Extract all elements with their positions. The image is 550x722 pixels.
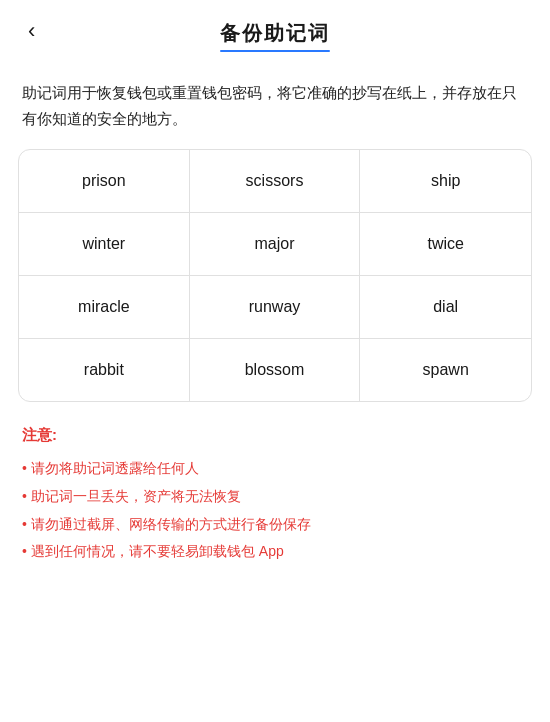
mnemonic-word-4: winter [19, 213, 190, 276]
description: 助记词用于恢复钱包或重置钱包密码，将它准确的抄写在纸上，并存放在只有你知道的安全… [0, 62, 550, 149]
notice-item-2: •助记词一旦丢失，资产将无法恢复 [22, 485, 528, 509]
mnemonic-word-11: blossom [190, 339, 361, 401]
mnemonic-word-2: scissors [190, 150, 361, 213]
mnemonic-word-3: ship [360, 150, 531, 213]
mnemonic-word-7: miracle [19, 276, 190, 339]
mnemonic-grid: prisonscissorsshipwintermajortwicemiracl… [19, 150, 531, 401]
notice-title: 注意: [22, 426, 528, 445]
notice-item-1: •请勿将助记词透露给任何人 [22, 457, 528, 481]
back-button[interactable]: ‹ [20, 14, 43, 48]
mnemonic-word-6: twice [360, 213, 531, 276]
notice-list: •请勿将助记词透露给任何人•助记词一旦丢失，资产将无法恢复•请勿通过截屏、网络传… [22, 457, 528, 564]
mnemonic-word-9: dial [360, 276, 531, 339]
mnemonic-word-8: runway [190, 276, 361, 339]
notice-item-4: •遇到任何情况，请不要轻易卸载钱包 App [22, 540, 528, 564]
notice-item-text: 遇到任何情况，请不要轻易卸载钱包 App [31, 540, 284, 564]
mnemonic-word-5: major [190, 213, 361, 276]
notice-bullet: • [22, 485, 27, 509]
title-underline [220, 50, 330, 52]
notice-bullet: • [22, 513, 27, 537]
title-wrapper: 备份助记词 [220, 20, 330, 52]
mnemonic-grid-wrapper: prisonscissorsshipwintermajortwicemiracl… [18, 149, 532, 402]
mnemonic-word-1: prison [19, 150, 190, 213]
header: ‹ 备份助记词 [0, 0, 550, 62]
notice-bullet: • [22, 540, 27, 564]
page-title: 备份助记词 [220, 20, 330, 47]
notice-section: 注意: •请勿将助记词透露给任何人•助记词一旦丢失，资产将无法恢复•请勿通过截屏… [0, 402, 550, 588]
mnemonic-word-10: rabbit [19, 339, 190, 401]
notice-bullet: • [22, 457, 27, 481]
mnemonic-word-12: spawn [360, 339, 531, 401]
notice-item-text: 助记词一旦丢失，资产将无法恢复 [31, 485, 241, 509]
notice-item-text: 请勿通过截屏、网络传输的方式进行备份保存 [31, 513, 311, 537]
notice-item-3: •请勿通过截屏、网络传输的方式进行备份保存 [22, 513, 528, 537]
notice-item-text: 请勿将助记词透露给任何人 [31, 457, 199, 481]
